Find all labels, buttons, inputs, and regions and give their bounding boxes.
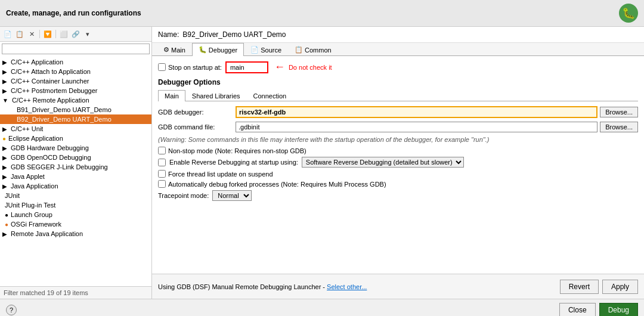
inner-tab-main[interactable]: Main	[158, 90, 185, 101]
tree-item-cpp-postmortem[interactable]: ▶ C/C++ Postmortem Debugger	[0, 86, 151, 95]
inner-tab-connection[interactable]: Connection	[247, 90, 293, 101]
tree-item-gdb-openocd[interactable]: ▶ GDB OpenOCD Debugging	[0, 153, 151, 162]
tree-list: ▶ C/C++ Application ▶ C/C++ Attach to Ap…	[0, 56, 151, 286]
tree-item-junit-plugin[interactable]: JUnit Plug-in Test	[0, 200, 151, 210]
tree-item-cpp-app[interactable]: ▶ C/C++ Application	[0, 57, 151, 67]
tree-item-java-app[interactable]: ▶ Java Application	[0, 181, 151, 191]
close-button[interactable]: Close	[559, 303, 596, 317]
reverse-debug-select[interactable]: Software Reverse Debugging (detailed but…	[302, 157, 464, 168]
bottom-right-buttons: Revert Apply	[560, 280, 638, 294]
item-label: JUnit Plug-in Test	[5, 202, 55, 209]
main-tab-label: Main	[171, 47, 185, 54]
tree-item-b91[interactable]: B91_Driver_Demo UART_Demo	[0, 105, 151, 114]
item-label: Launch Group	[11, 211, 52, 218]
inner-tab-shared-libs[interactable]: Shared Libraries	[185, 90, 247, 101]
tree-item-b92[interactable]: B92_Driver_Demo UART_Demo	[0, 114, 151, 124]
stop-on-startup-label[interactable]: Stop on startup at:	[158, 63, 222, 71]
expand-icon: ▶	[2, 78, 7, 85]
tree-item-gdb-hardware[interactable]: ▶ GDB Hardware Debugging	[0, 143, 151, 153]
main-tab-icon: ⚙	[163, 46, 169, 54]
select-other-link[interactable]: Select other...	[327, 283, 367, 290]
reverse-debug-label: Enable Reverse Debugging at startup usin…	[169, 159, 298, 166]
debugger-options-section: Debugger Options Main Shared Libraries C…	[158, 78, 638, 201]
do-not-check-label: Do not check it	[289, 64, 332, 71]
tree-item-c-unit[interactable]: ▶ C/C++ Unit	[0, 124, 151, 134]
startup-at-input[interactable]	[229, 64, 265, 71]
gdb-debugger-browse-button[interactable]: Browse...	[600, 107, 638, 117]
tree-item-java-applet[interactable]: ▶ Java Applet	[0, 172, 151, 181]
auto-debug-checkbox[interactable]	[158, 180, 166, 188]
item-label: JUnit	[5, 192, 20, 199]
gdb-command-file-input[interactable]	[236, 122, 597, 132]
tab-common[interactable]: 📋 Common	[288, 43, 338, 56]
tree-item-launch-group[interactable]: ● Launch Group	[0, 210, 151, 219]
auto-debug-label: Automatically debug forked processes (No…	[168, 181, 386, 188]
expand-icon: ▶	[2, 126, 7, 132]
launch-icon: ●	[5, 212, 8, 218]
delete-button[interactable]: ✕	[26, 29, 37, 39]
item-label: GDB OpenOCD Debugging	[11, 154, 91, 161]
reverse-debug-row: Enable Reverse Debugging at startup usin…	[158, 157, 638, 168]
gdb-command-file-browse-button[interactable]: Browse...	[600, 122, 638, 132]
common-tab-label: Common	[305, 47, 332, 54]
item-label: GDB SEGGER J-Link Debugging	[11, 163, 108, 171]
search-input[interactable]	[2, 44, 150, 54]
non-stop-checkbox[interactable]	[158, 147, 166, 154]
dropdown-button[interactable]: ▾	[82, 29, 93, 39]
source-tab-icon: 📄	[250, 46, 259, 54]
gdb-command-file-label: GDB command file:	[158, 123, 236, 131]
expand-icon: ▶	[2, 69, 7, 75]
left-panel: 📄 📋 ✕ 🔽 ⬜ 🔗 ▾ ▶ C/C++ Application ▶ C/C+…	[0, 27, 152, 299]
item-label: C/C++ Container Launcher	[11, 78, 89, 85]
item-label: Java Applet	[11, 173, 45, 180]
apply-button[interactable]: Apply	[602, 280, 638, 294]
dialog-buttons: Close Debug	[559, 303, 638, 317]
revert-button[interactable]: Revert	[560, 280, 599, 294]
item-label: OSGi Framework	[11, 221, 61, 228]
link-button[interactable]: 🔗	[70, 29, 81, 39]
collapse-button[interactable]: ⬜	[58, 29, 69, 39]
tab-bar: ⚙ Main 🐛 Debugger 📄 Source 📋 Common	[152, 43, 644, 56]
tree-item-cpp-attach[interactable]: ▶ C/C++ Attach to Application	[0, 67, 151, 76]
expand-icon: ▶	[2, 154, 7, 161]
tree-item-osgi[interactable]: ● OSGi Framework	[0, 219, 151, 229]
gdb-debugger-input[interactable]	[236, 106, 597, 118]
debugger-tab-icon: 🐛	[199, 46, 207, 54]
expand-icon: ▼	[2, 97, 8, 104]
item-label: C/C++ Application	[11, 58, 63, 66]
expand-icon: ▶	[2, 164, 7, 171]
tab-source[interactable]: 📄 Source	[244, 43, 288, 56]
tree-item-junit[interactable]: JUnit	[0, 191, 151, 200]
help-button[interactable]: ?	[6, 305, 17, 315]
item-label: C/C++ Postmortem Debugger	[11, 87, 98, 94]
name-label: Name:	[158, 30, 179, 39]
tree-item-cpp-remote[interactable]: ▼ C/C++ Remote Application	[0, 95, 151, 105]
gdb-command-file-row: GDB command file: Browse...	[158, 122, 638, 132]
force-thread-label: Force thread list update on suspend	[168, 171, 273, 178]
bottom-bar: Using GDB (DSF) Manual Remote Debugging …	[152, 274, 644, 299]
expand-icon: ▶	[2, 174, 7, 180]
debug-button[interactable]: Debug	[599, 303, 638, 317]
stop-on-startup-checkbox[interactable]	[158, 63, 166, 71]
gdb-debugger-label: GDB debugger:	[158, 109, 236, 116]
non-stop-row: Non-stop mode (Note: Requires non-stop G…	[158, 147, 638, 154]
tree-item-cpp-container[interactable]: ▶ C/C++ Container Launcher	[0, 76, 151, 86]
search-box	[2, 44, 150, 54]
force-thread-checkbox[interactable]	[158, 170, 166, 178]
filter-button[interactable]: 🔽	[42, 29, 53, 39]
duplicate-button[interactable]: 📋	[14, 29, 25, 39]
tab-main[interactable]: ⚙ Main	[157, 43, 192, 56]
tracepoint-select[interactable]: Normal Fast Static	[212, 190, 252, 201]
reverse-debug-checkbox[interactable]	[158, 159, 166, 166]
startup-row: Stop on startup at: ← Do not check it	[158, 61, 638, 73]
tree-item-remote-java[interactable]: ▶ Remote Java Application	[0, 229, 151, 238]
tree-item-gdb-segger[interactable]: ▶ GDB SEGGER J-Link Debugging	[0, 162, 151, 172]
tracepoint-label: Tracepoint mode:	[158, 192, 209, 199]
tree-item-eclipse-app[interactable]: ● Eclipse Application	[0, 134, 151, 143]
item-label: Remote Java Application	[11, 230, 83, 237]
tracepoint-row: Tracepoint mode: Normal Fast Static	[158, 190, 638, 201]
tab-debugger[interactable]: 🐛 Debugger	[192, 43, 244, 56]
item-label: B91_Driver_Demo UART_Demo	[17, 106, 112, 113]
right-panel: Name: B92_Driver_Demo UART_Demo ⚙ Main 🐛…	[152, 27, 644, 299]
new-config-button[interactable]: 📄	[2, 29, 13, 39]
